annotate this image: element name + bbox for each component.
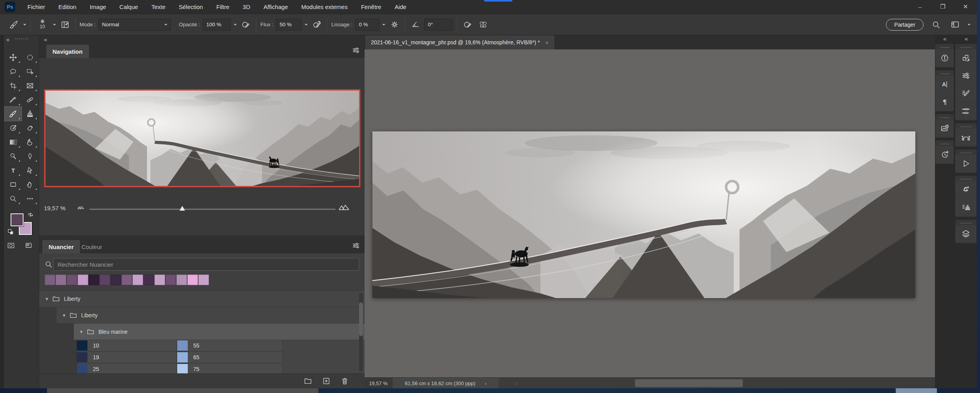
- panel-brush-settings-icon[interactable]: [955, 102, 976, 120]
- dock-grip[interactable]: [939, 143, 950, 145]
- blend-mode-select[interactable]: Normal: [98, 19, 171, 31]
- brush-angle-field[interactable]: 0°: [424, 19, 453, 31]
- document-tab[interactable]: 2021-06-16_v1_montagne_phr.psd @ 19,6% (…: [365, 35, 554, 49]
- panel-brushes-icon[interactable]: [955, 85, 976, 102]
- new-swatch-icon[interactable]: [322, 377, 330, 385]
- panel-libraries-icon[interactable]: [935, 120, 954, 137]
- menu-edition[interactable]: Edition: [52, 0, 83, 14]
- swatch-chip[interactable]: [45, 275, 55, 285]
- chevron-down-icon[interactable]: [23, 24, 26, 27]
- smoothing-field[interactable]: 0 %: [355, 19, 379, 31]
- swatch-chip[interactable]: [187, 275, 198, 285]
- panel-layers-icon[interactable]: [955, 225, 976, 242]
- navigator-zoom-slider-thumb[interactable]: [180, 206, 185, 211]
- swatch-cell-65[interactable]: 65: [177, 352, 283, 364]
- tool-frame[interactable]: [22, 78, 38, 93]
- hscroll-left-arrow-icon[interactable]: ‹: [513, 378, 521, 389]
- navigator-thumbnail[interactable]: [44, 89, 360, 187]
- status-zoom-field[interactable]: 19,57 %: [365, 378, 392, 389]
- dock-grip[interactable]: [960, 46, 972, 49]
- panel-layer-comps-icon[interactable]: [955, 49, 976, 67]
- status-chevron-icon[interactable]: ›: [485, 380, 486, 386]
- panel-paragraph-icon[interactable]: [935, 93, 954, 111]
- panel-paths-icon[interactable]: [955, 129, 976, 146]
- swatch-cell-75[interactable]: 75: [177, 364, 283, 373]
- foreground-color-swatch[interactable]: [11, 213, 24, 226]
- swatch-chip[interactable]: [100, 275, 110, 285]
- tool-more[interactable]: [22, 191, 38, 206]
- tab-nuancier[interactable]: Nuancier: [42, 240, 80, 253]
- panel-history-icon[interactable]: [935, 146, 954, 163]
- tool-eraser[interactable]: [22, 121, 38, 135]
- pressure-size-icon[interactable]: [461, 18, 474, 31]
- pressure-opacity-icon[interactable]: [240, 18, 252, 31]
- swatch-chip[interactable]: [176, 275, 187, 285]
- collapse-dock-icon[interactable]: «: [935, 35, 954, 44]
- minimize-button[interactable]: –: [909, 0, 931, 13]
- status-dimensions[interactable]: 61,56 cm x 18,62 cm (300 ppp) ›: [393, 378, 499, 389]
- menu-3d[interactable]: 3D: [236, 0, 257, 14]
- new-group-folder-icon[interactable]: [304, 377, 312, 385]
- chevron-down-icon[interactable]: [234, 24, 237, 27]
- zoom-in-mountain-icon[interactable]: [339, 202, 349, 212]
- zoom-out-mountain-icon[interactable]: [77, 203, 85, 211]
- tool-smudge[interactable]: [22, 135, 38, 149]
- menu-modules-externes[interactable]: Modules externes: [295, 0, 354, 14]
- delete-swatch-trash-icon[interactable]: [341, 377, 349, 385]
- tool-pen[interactable]: [22, 149, 38, 163]
- tool-brush[interactable]: [5, 107, 22, 121]
- dock-grip[interactable]: [939, 46, 950, 49]
- navigator-zoom-value[interactable]: 19,57 %: [44, 205, 65, 211]
- swatch-chip[interactable]: [67, 275, 77, 285]
- horizontal-scrollbar-thumb[interactable]: [635, 379, 743, 387]
- smoothing-options-gear-icon[interactable]: [388, 18, 401, 31]
- menu-fichier[interactable]: Fichier: [21, 0, 52, 14]
- dock-grip[interactable]: [960, 152, 972, 154]
- swatch-cell-55[interactable]: 55: [177, 340, 283, 352]
- chevron-down-icon[interactable]: [382, 24, 385, 27]
- tree-scrollbar-thumb[interactable]: [359, 302, 363, 336]
- opacity-field[interactable]: 100 %: [203, 19, 231, 31]
- pasteboard[interactable]: [365, 49, 967, 377]
- dock-grip[interactable]: [939, 116, 950, 119]
- tree-row-liberty-1[interactable]: ▼ Liberty: [39, 291, 365, 307]
- default-colors-icon[interactable]: [7, 228, 15, 236]
- brush-tool-preset-button[interactable]: [8, 18, 20, 31]
- chevron-down-icon[interactable]: ▼: [45, 297, 49, 301]
- tool-move[interactable]: [5, 50, 22, 64]
- swatch-chip[interactable]: [122, 275, 132, 285]
- swatch-chip[interactable]: [111, 275, 121, 285]
- swatch-chip[interactable]: [132, 275, 143, 285]
- dock-grip[interactable]: [960, 178, 972, 180]
- swatch-chip[interactable]: [89, 275, 99, 285]
- airbrush-icon[interactable]: [310, 18, 323, 31]
- close-document-icon[interactable]: ×: [545, 39, 549, 46]
- tool-crop[interactable]: [5, 78, 22, 93]
- dock-grip[interactable]: [960, 222, 972, 224]
- tab-couleur[interactable]: Couleur: [75, 240, 109, 253]
- chevron-down-icon[interactable]: ▼: [62, 313, 66, 318]
- collapse-dock-icon[interactable]: «: [44, 36, 46, 43]
- tab-navigation[interactable]: Navigation: [46, 45, 89, 58]
- chevron-down-icon[interactable]: [305, 24, 308, 27]
- menu-calque[interactable]: Calque: [113, 0, 145, 14]
- menu-selection[interactable]: Sélection: [172, 0, 210, 14]
- dock-grip[interactable]: [960, 126, 972, 128]
- tool-zoom[interactable]: [5, 191, 22, 206]
- tool-eyedropper[interactable]: [5, 93, 22, 107]
- chevron-down-icon[interactable]: [967, 24, 971, 27]
- tool-healing-brush[interactable]: [22, 93, 38, 107]
- tool-history-brush[interactable]: [5, 121, 22, 135]
- tool-dodge[interactable]: [5, 149, 22, 163]
- panel-adjustments-icon[interactable]: [955, 67, 976, 84]
- swatch-chip[interactable]: [154, 275, 165, 285]
- swatch-chip[interactable]: [143, 275, 154, 285]
- workspace-icon[interactable]: [949, 18, 961, 31]
- swatch-chip[interactable]: [78, 275, 88, 285]
- tree-row-bleu-marine[interactable]: ▼ Bleu marine: [39, 324, 365, 340]
- dock-grip[interactable]: [939, 73, 950, 75]
- screen-mode-button[interactable]: [25, 242, 33, 249]
- swatch-chip[interactable]: [198, 275, 209, 285]
- chevron-down-icon[interactable]: ▼: [79, 329, 83, 334]
- navigator-zoom-slider[interactable]: [89, 209, 336, 210]
